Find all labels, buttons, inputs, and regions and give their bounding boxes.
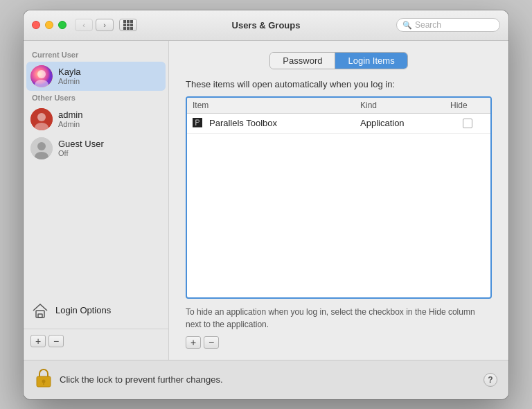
remove-user-button[interactable]: − bbox=[48, 335, 64, 347]
window-title: Users & Groups bbox=[232, 20, 301, 31]
col-hide: Hide bbox=[450, 101, 485, 110]
avatar-guest bbox=[30, 137, 53, 159]
user-info-kayla: Kayla Admin bbox=[58, 67, 81, 85]
login-options-label: Login Options bbox=[55, 305, 111, 315]
svg-rect-1 bbox=[127, 20, 130, 23]
user-role-guest: Off bbox=[58, 149, 104, 157]
remove-login-item-button[interactable]: − bbox=[204, 336, 219, 349]
house-icon bbox=[30, 301, 50, 320]
item-cell: 🅿 Parallels Toolbox bbox=[193, 117, 360, 130]
nav-buttons: ‹ › bbox=[75, 19, 114, 31]
login-items-description: These items will open automatically when… bbox=[186, 79, 492, 89]
titlebar: ‹ › Users & Groups 🔍 bbox=[24, 10, 508, 41]
login-options-item[interactable]: Login Options bbox=[24, 295, 168, 326]
add-login-item-button[interactable]: + bbox=[186, 336, 201, 349]
main-panel: Password Login Items These items will op… bbox=[169, 41, 508, 360]
svg-point-13 bbox=[37, 113, 46, 121]
tab-group: Password Login Items bbox=[269, 52, 407, 69]
svg-rect-8 bbox=[130, 27, 133, 30]
svg-rect-5 bbox=[130, 24, 133, 26]
table-header: Item Kind Hide bbox=[187, 98, 490, 114]
current-user-label: Current User bbox=[24, 48, 168, 62]
user-info-guest: Guest User Off bbox=[58, 139, 104, 157]
user-name-kayla: Kayla bbox=[58, 67, 81, 77]
app-name: Parallels Toolbox bbox=[209, 118, 277, 128]
forward-button[interactable]: › bbox=[96, 19, 114, 31]
lock-text: Click the lock to prevent further change… bbox=[60, 374, 477, 385]
bottom-bar: Click the lock to prevent further change… bbox=[24, 360, 508, 399]
search-box[interactable]: 🔍 bbox=[396, 18, 500, 32]
user-info-admin: admin Admin bbox=[58, 110, 82, 128]
search-icon: 🔍 bbox=[402, 21, 412, 30]
sidebar-item-admin[interactable]: admin Admin bbox=[24, 105, 168, 134]
other-users-label: Other Users bbox=[24, 91, 168, 105]
sidebar-item-kayla[interactable]: Kayla Admin bbox=[26, 62, 166, 91]
tab-login-items[interactable]: Login Items bbox=[335, 53, 407, 69]
hide-checkbox[interactable] bbox=[463, 119, 472, 128]
avatar-admin bbox=[30, 108, 53, 130]
content-area: Current User bbox=[24, 41, 508, 360]
svg-rect-4 bbox=[127, 24, 130, 26]
table-row[interactable]: 🅿 Parallels Toolbox Application bbox=[187, 114, 490, 134]
user-role-kayla: Admin bbox=[58, 77, 81, 85]
svg-rect-19 bbox=[38, 314, 42, 317]
svg-rect-6 bbox=[123, 27, 126, 30]
svg-rect-0 bbox=[123, 20, 126, 23]
user-name-admin: admin bbox=[58, 110, 82, 120]
minimize-button[interactable] bbox=[45, 21, 53, 29]
maximize-button[interactable] bbox=[58, 21, 66, 29]
close-button[interactable] bbox=[32, 21, 40, 29]
svg-point-16 bbox=[37, 142, 46, 150]
svg-rect-7 bbox=[127, 27, 130, 30]
user-name-guest: Guest User bbox=[58, 139, 104, 149]
sidebar-bottom: + − bbox=[24, 329, 168, 353]
col-item: Item bbox=[193, 101, 360, 110]
svg-rect-2 bbox=[130, 20, 133, 23]
traffic-lights bbox=[32, 21, 66, 29]
main-window: ‹ › Users & Groups 🔍 Current User bbox=[24, 10, 508, 399]
back-button[interactable]: ‹ bbox=[75, 19, 93, 31]
svg-point-21 bbox=[42, 379, 46, 383]
parallels-icon: 🅿 bbox=[193, 117, 205, 130]
avatar-kayla bbox=[30, 65, 53, 87]
tabs-row: Password Login Items bbox=[186, 52, 492, 69]
add-user-button[interactable]: + bbox=[30, 335, 46, 347]
tab-password[interactable]: Password bbox=[270, 53, 335, 69]
hide-cell bbox=[450, 119, 485, 128]
hint-text: To hide an application when you log in, … bbox=[186, 306, 492, 331]
help-button[interactable]: ? bbox=[484, 373, 497, 387]
sidebar: Current User bbox=[24, 41, 169, 360]
lock-icon[interactable] bbox=[35, 367, 53, 392]
svg-rect-3 bbox=[123, 24, 126, 26]
main-bottom-buttons: + − bbox=[186, 336, 492, 349]
grid-button[interactable] bbox=[119, 19, 137, 31]
svg-point-10 bbox=[37, 70, 46, 78]
login-items-table: Item Kind Hide 🅿 Parallels Toolbox Appli… bbox=[186, 96, 492, 299]
sidebar-item-guest[interactable]: Guest User Off bbox=[24, 134, 168, 163]
user-role-admin: Admin bbox=[58, 120, 82, 128]
search-input[interactable] bbox=[415, 20, 494, 30]
kind-cell: Application bbox=[360, 118, 450, 128]
col-kind: Kind bbox=[360, 101, 450, 110]
